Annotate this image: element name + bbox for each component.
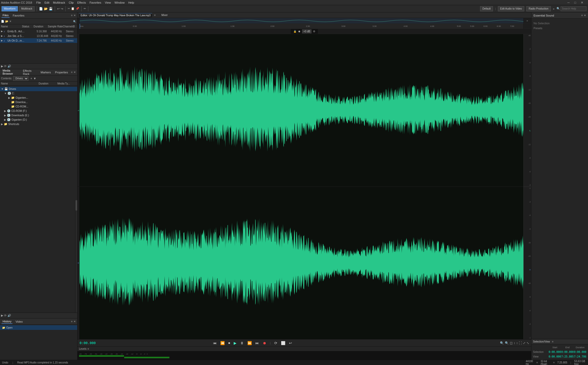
- properties-tab[interactable]: Properties: [54, 70, 69, 74]
- zoom-out-amp-icon[interactable]: ↕: [516, 341, 518, 345]
- files-tab[interactable]: Files: [2, 13, 10, 18]
- mixer-tab[interactable]: Mixer: [160, 13, 169, 17]
- tree-cdrom-c[interactable]: ▶ 📁 CD-ROM...: [0, 104, 77, 109]
- file-row-2[interactable]: ▶ ♪ Uh Oh D...m The Law.mp3 7:24.786 441…: [0, 38, 77, 43]
- tree-shortcuts[interactable]: ▶ 📁 Shortcuts: [0, 122, 77, 126]
- zoom-sel-icon[interactable]: ◫: [510, 341, 513, 345]
- window-close-btn[interactable]: ✕: [581, 1, 583, 4]
- sv-menu-icon[interactable]: ≡: [552, 340, 553, 343]
- redo-icon[interactable]: ↪: [61, 7, 63, 11]
- menu-clip[interactable]: Clip: [69, 1, 74, 4]
- waveform-channel-right[interactable]: [80, 187, 523, 339]
- history-item-0[interactable]: 📁 Open: [0, 325, 77, 330]
- favorites-tab[interactable]: Favorites: [12, 13, 25, 18]
- full-view-icon[interactable]: ⛶: [519, 341, 522, 345]
- window-minimize-btn[interactable]: ─: [567, 1, 570, 4]
- menu-view[interactable]: View: [105, 1, 111, 4]
- pause-btn[interactable]: ⏸: [239, 340, 245, 346]
- video-tab[interactable]: Video: [14, 320, 24, 324]
- fast-forward-btn[interactable]: ⏩: [246, 340, 253, 346]
- zoom-in-time-icon[interactable]: 🔍: [500, 341, 504, 345]
- media-browser-tab[interactable]: Media Browser: [2, 68, 20, 76]
- go-to-start-btn[interactable]: ⏮: [212, 340, 218, 346]
- mb-contents-select[interactable]: Drives: [13, 76, 28, 81]
- editor-tab-menu-icon[interactable]: ≡: [154, 14, 156, 17]
- sv-view-duration[interactable]: 7:24.786: [574, 355, 586, 358]
- files-output-icon[interactable]: 🔊: [7, 65, 11, 68]
- history-menu-icon[interactable]: ≡: [71, 320, 73, 323]
- es-close-icon[interactable]: ✕: [584, 14, 586, 17]
- tree-c-drive[interactable]: ▼ 💽 C:: [0, 91, 77, 96]
- tree-downloads[interactable]: ▶ 📁 Downloa...: [0, 100, 77, 104]
- stop-btn[interactable]: ■: [227, 341, 231, 345]
- loop-btn[interactable]: ⟳: [273, 340, 278, 346]
- menu-file[interactable]: File: [36, 1, 41, 4]
- files-play-icon[interactable]: ▶: [1, 65, 3, 68]
- multitrack-btn[interactable]: Multitrack: [19, 6, 35, 11]
- zoom-extra-icon[interactable]: ⤡: [527, 341, 529, 345]
- search-input[interactable]: [561, 6, 586, 11]
- zoom-in-amp-icon[interactable]: ↕: [514, 341, 515, 345]
- tree-downloads-e[interactable]: ▶ 💽 Downloads (E:): [0, 113, 77, 118]
- output-btn[interactable]: ⬜: [280, 340, 286, 346]
- tree-drives[interactable]: ▼ 💾 Drives: [0, 87, 77, 91]
- new-file-btn-icon[interactable]: 📄: [1, 20, 4, 23]
- channel-lock-icon[interactable]: 🔒: [293, 30, 296, 33]
- sv-sel-end[interactable]: 0:00.000: [561, 351, 574, 353]
- open-btn-icon[interactable]: 📂: [5, 20, 8, 23]
- workspace-expand-icon[interactable]: »: [553, 7, 554, 10]
- copy-icon[interactable]: 📋: [71, 7, 75, 10]
- edit-audio-video-btn[interactable]: Edit Audio to Video: [498, 6, 524, 11]
- record-btn[interactable]: ⏺: [262, 340, 267, 346]
- menu-edit[interactable]: Edit: [44, 1, 49, 4]
- history-close-icon[interactable]: ✕: [74, 320, 76, 323]
- default-workspace-btn[interactable]: Default: [480, 6, 493, 11]
- undo-icon[interactable]: ↩: [57, 7, 60, 11]
- effects-rack-tab[interactable]: Effects Rack: [22, 69, 38, 76]
- file-row-1[interactable]: ▶ ♪ Jon Ste..e Show Desk.mp3 13:30.448 4…: [0, 34, 77, 38]
- new-file-icon[interactable]: 📄: [39, 7, 43, 11]
- file-row-0[interactable]: ▶ ♪ Emily B.. Acting Tips.mp3 5:16.368 4…: [0, 29, 77, 34]
- play-btn[interactable]: ▶: [233, 340, 238, 346]
- history-tab[interactable]: History: [2, 319, 12, 324]
- markers-tab[interactable]: Markers: [40, 70, 52, 74]
- waveform-display[interactable]: L R: [77, 34, 531, 339]
- window-restore-btn[interactable]: □: [574, 1, 576, 4]
- sv-view-end[interactable]: 7:25.805: [561, 355, 574, 358]
- return-to-start-btn[interactable]: ↩: [288, 340, 293, 346]
- tree-giganten-d[interactable]: ▶ 💽 Giganten (D:): [0, 118, 77, 122]
- mb-play-icon[interactable]: ▶: [1, 314, 3, 317]
- open-file-icon[interactable]: 📂: [44, 7, 48, 11]
- menu-help[interactable]: Help: [128, 1, 134, 4]
- search-files-icon[interactable]: 🔍: [73, 20, 76, 23]
- channel-settings-icon[interactable]: ⚙: [313, 30, 315, 33]
- waveform-channel-left[interactable]: [80, 34, 523, 187]
- channel-db-value[interactable]: +0 dB: [302, 29, 311, 33]
- rewind-btn[interactable]: ⏪: [219, 340, 226, 346]
- editor-tab-main[interactable]: Editor: Uh Oh Donald Trump May Have Brok…: [79, 13, 152, 17]
- cut-icon[interactable]: ✂: [68, 7, 70, 10]
- mb-add-shortcut-icon[interactable]: +: [30, 77, 32, 80]
- sv-sel-start[interactable]: 0:00.000: [548, 351, 561, 353]
- tree-cdrom-f[interactable]: ▶ 💿 CD-ROM (F:): [0, 109, 77, 113]
- sv-sel-duration[interactable]: 0:00.000: [574, 351, 586, 353]
- levels-menu-icon[interactable]: ≡: [88, 347, 89, 350]
- radio-production-btn[interactable]: Radio Production: [526, 6, 551, 11]
- zoom-all-icon[interactable]: ⤢: [523, 341, 526, 345]
- es-menu-icon[interactable]: ≡: [581, 14, 583, 17]
- zoom-out-time-icon[interactable]: 🔍: [505, 341, 509, 345]
- media-browser-menu-icon[interactable]: ≡: [71, 71, 73, 74]
- channel-mute-icon[interactable]: ⏺: [298, 30, 301, 33]
- mb-filter-icon[interactable]: ▼: [33, 77, 36, 80]
- menu-multitrack[interactable]: Multitrack: [53, 1, 65, 4]
- files-close-icon[interactable]: ✕: [74, 14, 76, 17]
- paste-icon[interactable]: 📌: [76, 7, 79, 10]
- close-file-icon[interactable]: ✕: [9, 20, 11, 23]
- sv-view-start[interactable]: 0:00.000: [548, 355, 561, 358]
- menu-effects[interactable]: Effects: [77, 1, 86, 4]
- menu-favorites[interactable]: Favorites: [90, 1, 101, 4]
- mb-output-icon[interactable]: 🔊: [7, 314, 11, 317]
- mb-loop-icon[interactable]: ⟳: [4, 314, 6, 317]
- media-browser-close-icon[interactable]: ✕: [74, 71, 76, 74]
- menu-window[interactable]: Window: [115, 1, 125, 4]
